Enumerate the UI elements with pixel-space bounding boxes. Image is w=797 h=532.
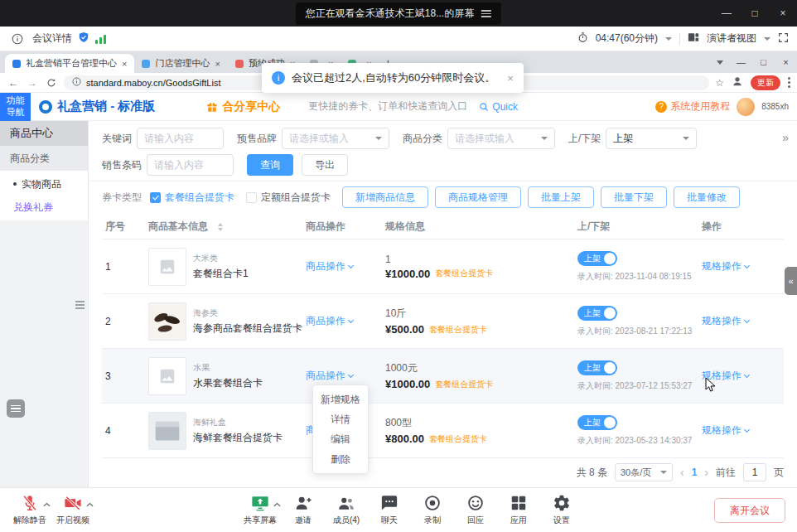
collapse-panel-icon[interactable]: » — [782, 131, 789, 144]
forward-icon[interactable]: → — [26, 76, 39, 89]
browser-maximize-button[interactable]: □ — [752, 51, 775, 73]
spec-op-link[interactable]: 规格操作 — [702, 260, 749, 272]
floating-list-button[interactable] — [7, 399, 25, 418]
url-text: standard.maboy.cn/GoodsGiftList — [86, 78, 220, 88]
keyword-input[interactable] — [137, 128, 224, 149]
shelf-toggle[interactable]: 上架 — [577, 415, 617, 430]
members-button[interactable]: 成员(4) — [325, 494, 368, 526]
sidebar-title[interactable]: 商品中心 — [0, 121, 88, 146]
sidebar-item-gift-voucher[interactable]: 兑换礼券 — [0, 196, 88, 219]
close-button[interactable]: × — [769, 0, 797, 27]
spec-op-link[interactable]: 规格操作 — [702, 315, 749, 326]
spec-manage-button[interactable]: 商品规格管理 — [435, 186, 521, 208]
refresh-icon[interactable] — [45, 76, 58, 89]
invite-button[interactable]: 邀请 — [282, 494, 325, 526]
brand-select[interactable]: 请选择或输入 — [282, 128, 389, 149]
menu-item-edit[interactable]: 编辑 — [313, 429, 368, 449]
network-signal-icon[interactable] — [95, 34, 106, 44]
tab-close-icon[interactable]: × — [122, 59, 127, 69]
sidebar-group-product-category[interactable]: 商品分类 — [0, 146, 88, 171]
shelf-toggle[interactable]: 上架 — [577, 251, 617, 266]
entry-time: 录入时间: 2023-08-21 17:22:13 — [577, 326, 702, 337]
mic-options-chevron-icon[interactable] — [43, 500, 51, 509]
browser-close-button[interactable]: × — [775, 51, 797, 73]
meeting-notification: i 会议已超过2人,自动转为60分钟限时会议。 × — [262, 63, 524, 93]
sidebar-item-physical-goods[interactable]: 实物商品 — [0, 172, 88, 196]
function-nav-button[interactable]: 功能 导航 — [0, 93, 31, 121]
back-icon[interactable]: ← — [7, 76, 20, 89]
share-center-link[interactable]: 合分享中心 — [206, 99, 280, 114]
fullscreen-icon[interactable] — [778, 32, 789, 46]
export-button[interactable]: 导出 — [302, 154, 348, 176]
checkbox-fixed-card[interactable]: 定额组合提货卡 — [246, 191, 331, 205]
batch-offshelf-button[interactable]: 批量下架 — [601, 186, 667, 208]
chevron-down-icon — [744, 427, 750, 433]
menu-item-delete[interactable]: 删除 — [313, 449, 368, 469]
browser-tab[interactable]: 门店管理中心 × — [134, 54, 227, 73]
view-dropdown-caret-icon[interactable] — [764, 37, 770, 41]
share-options-chevron-icon[interactable] — [273, 500, 281, 509]
card-type-label: 券卡类型 — [102, 191, 142, 205]
unmute-button[interactable]: 解除静音 — [8, 494, 51, 526]
checkbox-package-card[interactable]: 套餐组合提货卡 — [150, 191, 234, 205]
next-page-button[interactable]: › — [704, 466, 708, 479]
tab-close-icon[interactable]: × — [215, 59, 220, 69]
menu-item-add-spec[interactable]: 新增规格 — [313, 389, 368, 409]
chat-button[interactable]: 聊天 — [368, 494, 411, 526]
minimize-button[interactable]: — — [712, 0, 741, 27]
batch-edit-button[interactable]: 批量修改 — [674, 186, 740, 208]
settings-button[interactable]: 设置 — [540, 494, 583, 526]
panel-expand-handle[interactable]: « — [785, 267, 797, 295]
gear-icon — [553, 494, 571, 512]
shelf-select[interactable]: 上架 — [606, 128, 697, 149]
category-select[interactable]: 请选择或输入 — [447, 128, 555, 149]
product-image — [148, 302, 186, 341]
product-image-placeholder — [148, 357, 186, 395]
current-page[interactable]: 1 — [692, 467, 698, 478]
search-button[interactable]: 查询 — [247, 154, 293, 176]
camera-options-chevron-icon[interactable] — [86, 500, 94, 509]
security-shield-icon[interactable] — [78, 31, 89, 46]
sidebar-collapse-icon[interactable] — [75, 301, 85, 309]
menu-item-detail[interactable]: 详情 — [313, 409, 368, 429]
meeting-detail-label[interactable]: 会议详情 — [32, 31, 72, 46]
profile-icon[interactable] — [732, 75, 743, 90]
shelf-toggle[interactable]: 上架 — [577, 360, 617, 375]
maximize-button[interactable]: □ — [741, 0, 769, 27]
sort-icon[interactable] — [218, 223, 223, 231]
bookmark-star-icon[interactable]: ☆ — [715, 77, 724, 89]
chat-icon — [380, 494, 398, 512]
leave-meeting-button[interactable]: 离开会议 — [714, 498, 785, 523]
tab-label: 门店管理中心 — [155, 57, 210, 70]
record-button[interactable]: 录制 — [411, 494, 454, 526]
avatar[interactable] — [737, 98, 755, 116]
product-op-link[interactable]: 商品操作 — [306, 370, 353, 381]
start-video-button[interactable]: 开启视频 — [51, 494, 94, 526]
timer-dropdown-caret-icon[interactable] — [665, 37, 672, 41]
share-screen-button[interactable]: 共享屏幕 — [239, 494, 282, 526]
help-link[interactable]: ? 系统使用教程 — [655, 99, 730, 114]
browser-update-badge[interactable]: 更新 — [751, 75, 780, 90]
page-size-select[interactable]: 30条/页 — [615, 463, 673, 481]
add-product-button[interactable]: 新增商品信息 — [342, 186, 428, 208]
meeting-info-icon[interactable] — [8, 30, 27, 48]
quick-search-link[interactable]: Quick — [479, 101, 518, 113]
spec-op-link[interactable]: 规格操作 — [702, 424, 749, 436]
hamburger-icon[interactable] — [481, 10, 491, 17]
notification-close-icon[interactable]: × — [507, 72, 514, 85]
barcode-input[interactable] — [147, 154, 234, 176]
tab-search-icon[interactable] — [717, 60, 723, 65]
prev-page-button[interactable]: ‹ — [680, 466, 684, 479]
shelf-toggle[interactable]: 上架 — [577, 306, 617, 321]
browser-menu-icon[interactable] — [788, 77, 790, 88]
site-info-icon[interactable] — [72, 77, 81, 88]
product-op-link[interactable]: 商品操作 — [306, 315, 353, 326]
apps-button[interactable]: 应用 — [497, 494, 540, 526]
view-mode-label[interactable]: 演讲者视图 — [707, 31, 756, 46]
browser-tab-active[interactable]: 礼盒营销平台管理中心 × — [5, 54, 134, 73]
browser-minimize-button[interactable]: — — [730, 51, 752, 73]
reactions-button[interactable]: 回应 — [454, 494, 497, 526]
goto-page-input[interactable] — [743, 463, 766, 481]
product-op-link[interactable]: 商品操作 — [306, 260, 353, 272]
batch-onshelf-button[interactable]: 批量上架 — [528, 186, 594, 208]
